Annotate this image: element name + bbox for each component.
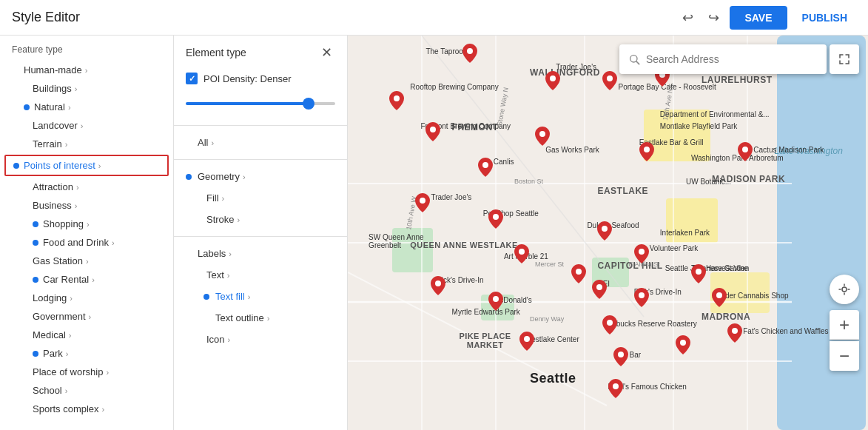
save-button[interactable]: SAVE <box>730 6 787 30</box>
place-dept-env: Department of Environmental &... <box>660 110 770 118</box>
sidebar-item-points-of-interest[interactable]: Points of interest › <box>4 155 169 176</box>
active-dot <box>33 240 38 246</box>
svg-point-23 <box>430 127 436 132</box>
item-label: Gas Station <box>33 255 83 266</box>
item-label: Park <box>43 348 63 359</box>
element-geometry[interactable]: Geometry › <box>174 166 347 187</box>
locate-button[interactable] <box>830 275 859 304</box>
element-type-sidebar: Element type ✕ POI Density: Denser All ›… <box>174 36 348 430</box>
poi-density-label: POI Density: Denser <box>203 73 292 84</box>
element-icon[interactable]: Icon › <box>174 329 347 350</box>
chevron-right-icon: › <box>85 66 88 75</box>
sidebar-item-natural[interactable]: Natural › <box>0 98 173 116</box>
density-slider[interactable] <box>186 102 335 105</box>
sidebar-item-landcover[interactable]: Landcover › <box>0 116 173 135</box>
svg-point-20 <box>607 75 613 81</box>
pin-ponder <box>712 288 727 307</box>
active-dot <box>13 163 19 169</box>
svg-point-24 <box>539 131 545 137</box>
pin-seattle-japanese <box>676 335 690 355</box>
sidebar-item-business[interactable]: Business › <box>0 196 173 215</box>
search-bar <box>619 44 827 74</box>
element-all[interactable]: All › <box>174 132 347 153</box>
redo-button[interactable]: ↪ <box>704 5 724 30</box>
svg-point-32 <box>435 280 441 286</box>
sidebar-item-terrain[interactable]: Terrain › <box>0 135 173 153</box>
pin-trader-joes <box>602 71 617 90</box>
chevron-right-icon: › <box>112 238 115 247</box>
publish-button[interactable]: PUBLISH <box>793 6 856 30</box>
place-myrtle-edwards: Myrtle Edwards Park <box>452 308 520 316</box>
item-label: Geometry <box>198 171 240 182</box>
element-text[interactable]: Text › <box>174 264 347 286</box>
sidebar-item-food-and-drink[interactable]: Food and Drink › <box>0 233 173 252</box>
pin-fats <box>727 323 742 343</box>
divider <box>174 236 347 237</box>
chevron-right-icon: › <box>238 215 240 224</box>
sidebar-item-attraction[interactable]: Attraction › <box>0 178 173 196</box>
chevron-right-icon: › <box>222 194 225 203</box>
place-dukes-seafood: Duke's Seafood <box>587 221 639 229</box>
place-fats-chicken: Fat's Chicken and Waffles <box>743 327 828 335</box>
pin-mcdonalds <box>488 292 503 311</box>
app-title: Style Editor <box>12 10 80 25</box>
feature-type-header: Feature type <box>0 36 173 61</box>
element-text-outline[interactable]: Text outline › <box>174 307 347 329</box>
search-icon <box>628 53 640 65</box>
poi-density-checkbox[interactable] <box>186 73 198 84</box>
item-label: Buildings <box>33 83 72 94</box>
svg-point-18 <box>467 48 473 54</box>
sidebar-item-lodging[interactable]: Lodging › <box>0 289 173 307</box>
svg-point-31 <box>576 269 582 275</box>
undo-button[interactable]: ↩ <box>678 5 698 30</box>
sidebar-item-park[interactable]: Park › <box>0 344 173 363</box>
place-trader-joes-1: Trader Joe's <box>556 63 596 71</box>
expand-map-button[interactable] <box>830 44 859 74</box>
sidebar-item-sports-complex[interactable]: Sports complex › <box>0 400 173 418</box>
sidebar-item-car-rental[interactable]: Car Rental › <box>0 270 173 289</box>
place-sw-queen-anne: SW Queen AnneGreenbelt <box>369 233 424 249</box>
element-fill[interactable]: Fill › <box>174 187 347 209</box>
sidebar-item-gas-station[interactable]: Gas Station › <box>0 252 173 270</box>
sidebar-item-medical[interactable]: Medical › <box>0 326 173 344</box>
svg-point-25 <box>644 147 650 152</box>
pin-10 <box>415 193 430 212</box>
place-seattle-japanese: Seattle Japanese Garden <box>665 264 749 272</box>
svg-point-36 <box>696 269 702 275</box>
chevron-right-icon: › <box>243 172 246 181</box>
sidebar-item-place-of-worship[interactable]: Place of worship › <box>0 363 173 381</box>
item-label: Food and Drink <box>43 237 109 248</box>
map-label-eastlake: EASTLAKE <box>597 186 648 196</box>
place-cactus: Cactus Madison Park <box>753 146 824 154</box>
element-text-fill[interactable]: Text fill › <box>174 286 347 307</box>
element-stroke[interactable]: Stroke › <box>174 209 347 230</box>
active-dot <box>186 174 192 180</box>
sidebar-item-shopping[interactable]: Shopping › <box>0 215 173 233</box>
map-label-queen-anne: QUEEN ANNE WESTLAKE <box>410 241 517 249</box>
zoom-out-button[interactable]: − <box>830 341 859 371</box>
zoom-in-button[interactable]: + <box>830 310 859 340</box>
pin-ezells <box>608 379 623 398</box>
chevron-right-icon: › <box>248 292 251 301</box>
chevron-right-icon: › <box>75 201 78 210</box>
element-labels[interactable]: Labels › <box>174 243 347 264</box>
svg-point-19 <box>550 75 556 81</box>
pin-15 <box>431 276 445 295</box>
chevron-right-icon: › <box>228 335 231 344</box>
expand-icon <box>838 53 851 66</box>
active-dot <box>33 221 38 227</box>
item-label: Human-made <box>24 64 82 75</box>
item-label: Text <box>206 269 224 280</box>
density-slider-container <box>174 90 347 119</box>
close-button[interactable]: ✕ <box>318 44 335 61</box>
sidebar-item-buildings[interactable]: Buildings › <box>0 79 173 98</box>
map-area[interactable]: WALLINGFORD NE 50 FREMONT EASTLAKE QUEEN… <box>348 36 868 430</box>
map-label-seattle: Seattle <box>530 371 576 386</box>
poi-density-row: POI Density: Denser <box>174 67 347 90</box>
sidebar-item-government[interactable]: Government › <box>0 307 173 326</box>
sidebar-item-human-made[interactable]: Human-made › <box>0 61 173 79</box>
chevron-right-icon: › <box>87 220 90 229</box>
search-input[interactable] <box>646 53 818 65</box>
svg-rect-0 <box>777 36 866 430</box>
sidebar-item-school[interactable]: School › <box>0 381 173 400</box>
